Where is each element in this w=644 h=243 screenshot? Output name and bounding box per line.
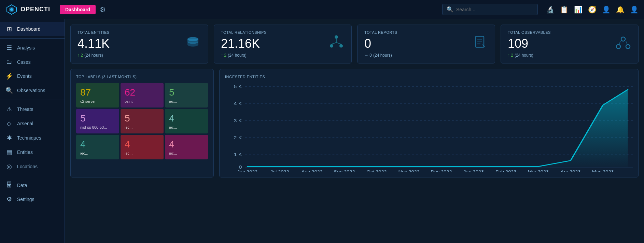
- navbar: OPENCTI Dashboard ⚙ 🔍 🔬 📋 📊 🧭 👤 🔔 👤: [0, 0, 644, 19]
- svg-text:Nov 2022: Nov 2022: [398, 170, 420, 172]
- tree-icon: [328, 34, 345, 54]
- sidebar-item-techniques[interactable]: ✱ Techniques: [0, 131, 65, 145]
- svg-text:Jul 2022: Jul 2022: [270, 170, 289, 172]
- search-input[interactable]: [456, 7, 533, 12]
- stat-value-observables: 109: [508, 37, 631, 51]
- events-icon: ⚡: [5, 72, 13, 80]
- labels-grid: 87 c2 server 62 osint 5 iec... 5 nist sp…: [76, 83, 208, 159]
- cog-user-icon[interactable]: 👤: [602, 5, 611, 14]
- label-num-8: 4: [169, 139, 204, 150]
- label-num-4: 5: [125, 113, 159, 124]
- settings-gear-button[interactable]: ⚙: [100, 5, 106, 14]
- sidebar-item-locations[interactable]: ◎ Locations: [0, 159, 65, 174]
- label-text-0: c2 server: [80, 99, 115, 103]
- stat-meta-observables: ↑ 2 (24 hours): [508, 53, 631, 58]
- stat-label-entities: TOTAL ENTITIES: [78, 30, 201, 34]
- label-text-5: iec...: [169, 125, 204, 129]
- trend-period-reports: (24 hours): [373, 53, 392, 58]
- svg-text:Aug 2022: Aug 2022: [302, 170, 323, 172]
- svg-line-10: [336, 43, 341, 44]
- calendar-search-icon[interactable]: 📋: [560, 5, 569, 14]
- sidebar-item-entities[interactable]: ▦ Entities: [0, 145, 65, 159]
- bar-chart-icon[interactable]: 📊: [574, 5, 583, 14]
- svg-text:Sep 2022: Sep 2022: [334, 170, 355, 172]
- svg-point-17: [626, 45, 630, 49]
- svg-text:1 K: 1 K: [234, 153, 242, 157]
- sidebar-label-data: Data: [17, 183, 27, 188]
- svg-text:3 K: 3 K: [234, 118, 242, 123]
- label-text-1: osint: [125, 99, 159, 103]
- locations-icon: ◎: [5, 163, 13, 170]
- sidebar-label-arsenal: Arsenal: [17, 121, 33, 126]
- trend-period-entities: (24 hours): [84, 53, 103, 58]
- label-cell-4: 5 iec...: [121, 109, 164, 133]
- logo-icon: [5, 3, 18, 16]
- label-num-2: 5: [169, 87, 204, 98]
- threats-icon: ⚠: [5, 105, 13, 113]
- label-text-4: iec...: [125, 125, 159, 129]
- svg-text:Oct 2022: Oct 2022: [367, 170, 387, 172]
- trend-period-observables: (24 hours): [515, 53, 533, 58]
- labels-panel: TOP LABELS (3 LAST MONTHS) 87 c2 server …: [70, 69, 214, 177]
- sidebar-item-threats[interactable]: ⚠ Threats: [0, 102, 65, 116]
- labels-panel-title: TOP LABELS (3 LAST MONTHS): [76, 75, 208, 79]
- svg-text:0: 0: [239, 165, 242, 170]
- stat-meta-relationships: ↑ 2 (24 hours): [221, 53, 345, 58]
- label-num-6: 4: [80, 139, 115, 150]
- label-cell-3: 5 nist sp 800-53...: [76, 109, 119, 133]
- svg-line-9: [332, 43, 336, 44]
- sidebar-item-data[interactable]: 🗄 Data: [0, 178, 65, 192]
- analysis-icon: ☰: [5, 44, 13, 52]
- sidebar-label-locations: Locations: [17, 164, 38, 169]
- chart-area: 5 K 4 K 3 K 2 K 1 K 0: [225, 83, 633, 172]
- svg-text:Mar 2023: Mar 2023: [528, 170, 549, 172]
- stat-label-reports: TOTAL REPORTS: [364, 30, 488, 34]
- label-cell-5: 4 iec...: [165, 109, 208, 133]
- sidebar-item-observations[interactable]: 🔍 Observations: [0, 83, 65, 98]
- svg-point-7: [339, 44, 343, 48]
- label-cell-0: 87 c2 server: [76, 83, 119, 108]
- search-bar: 🔍: [442, 4, 538, 15]
- stat-label-relationships: TOTAL RELATIONSHIPS: [221, 30, 345, 34]
- bell-icon[interactable]: 🔔: [616, 5, 625, 14]
- label-num-3: 5: [80, 113, 115, 124]
- svg-text:5 K: 5 K: [234, 84, 242, 89]
- microscope-icon[interactable]: 🔬: [546, 5, 555, 14]
- sidebar-divider-2: [0, 100, 65, 100]
- sidebar-label-cases: Cases: [17, 59, 31, 65]
- sidebar-label-events: Events: [17, 73, 32, 79]
- sidebar-label-entities: Entities: [17, 149, 33, 155]
- sidebar-label-observations: Observations: [17, 88, 45, 93]
- nodes-icon: [615, 34, 631, 54]
- entities-icon: ▦: [5, 148, 13, 156]
- label-cell-2: 5 iec...: [165, 83, 208, 108]
- chart-panel-title: INGESTED ENTITIES: [225, 75, 633, 79]
- label-num-5: 4: [169, 113, 204, 124]
- svg-text:4 K: 4 K: [234, 101, 242, 106]
- user-circle-icon[interactable]: 👤: [630, 5, 639, 14]
- sidebar-item-analysis[interactable]: ☰ Analysis: [0, 41, 65, 55]
- svg-text:Dec 2022: Dec 2022: [431, 170, 452, 172]
- stat-cards-row: TOTAL ENTITIES 4.11K ↑ 2 (24 hours) TOTA…: [70, 25, 639, 63]
- svg-line-19: [626, 41, 627, 45]
- sidebar-item-dashboard[interactable]: ⊞ Dashboard: [0, 22, 65, 36]
- sidebar-item-events[interactable]: ⚡ Events: [0, 69, 65, 83]
- svg-line-18: [619, 41, 620, 45]
- dashboard-icon: ⊞: [5, 25, 13, 33]
- label-text-8: iec...: [169, 151, 204, 155]
- label-text-7: iec...: [125, 151, 159, 155]
- ingested-entities-chart: 5 K 4 K 3 K 2 K 1 K 0: [225, 83, 633, 172]
- svg-point-5: [335, 35, 338, 39]
- sidebar-item-arsenal[interactable]: ◇ Arsenal: [0, 116, 65, 131]
- data-icon: 🗄: [5, 182, 13, 189]
- sidebar-item-cases[interactable]: 🗂 Cases: [0, 55, 65, 69]
- sidebar-item-settings[interactable]: ⚙ Settings: [0, 192, 65, 206]
- label-num-0: 87: [80, 87, 115, 98]
- compass-icon[interactable]: 🧭: [588, 5, 597, 14]
- sidebar-label-analysis: Analysis: [17, 45, 35, 51]
- svg-point-6: [330, 44, 333, 48]
- svg-text:May 2023: May 2023: [592, 170, 614, 172]
- stat-label-observables: TOTAL OBSERVABLES: [508, 30, 631, 34]
- app-layout: ⊞ Dashboard ☰ Analysis 🗂 Cases ⚡ Events …: [0, 19, 644, 243]
- dashboard-button[interactable]: Dashboard: [60, 5, 96, 14]
